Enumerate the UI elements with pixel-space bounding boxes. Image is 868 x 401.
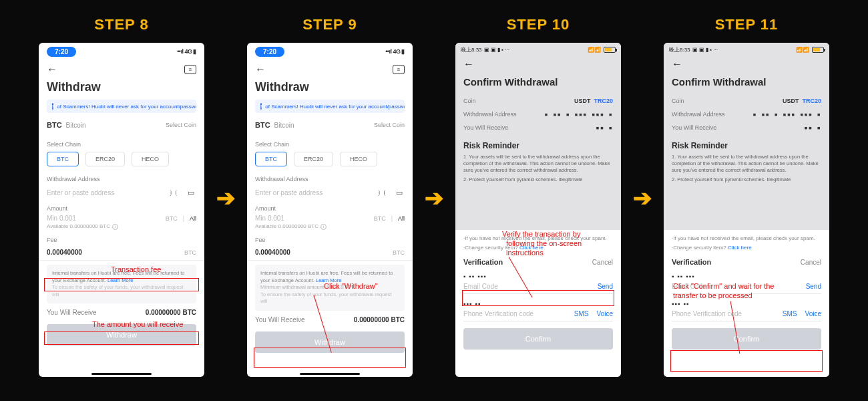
verification-sheet: ·If you have not received the email, ple… [664, 230, 829, 377]
send-voice-button[interactable]: Voice [805, 310, 821, 317]
chain-btc[interactable]: BTC [255, 152, 287, 166]
status-bar: 7:20 ••ıl 4G ▮ [39, 43, 204, 60]
step-11-col: STEP 11 晚上8:33 ▣ ▣ ▮ ▪ ··· 📶📶 ← Confirm … [664, 16, 829, 377]
addressbook-icon[interactable]: ▭ [186, 188, 196, 197]
sheet-note-2: ·Change security item? Click here [455, 242, 621, 251]
phone-code-input[interactable]: Phone Verification code [463, 310, 533, 317]
chain-heco[interactable]: HECO [132, 152, 169, 166]
scan-icon[interactable]: ⟯⟮ [377, 188, 387, 197]
fee-value: 0.00040000 [47, 249, 82, 256]
risk-text-2: 2. Protect yourself from pyramid schemes… [455, 176, 621, 185]
history-icon[interactable]: ≡ [184, 65, 196, 74]
page-title: Withdraw [247, 79, 413, 100]
fee-unit: BTC [184, 249, 196, 256]
cancel-button[interactable]: Cancel [592, 259, 613, 266]
status-bar: 晚上8:33 ▣ ▣ ▮ ▪ ··· 📶📶 [455, 43, 621, 56]
confirm-title: Confirm Withdrawal [455, 72, 621, 94]
amount-input[interactable]: Min 0.001 [255, 215, 284, 222]
coin-selector[interactable]: BTC Bitcoin Select Coin [39, 118, 204, 136]
arrow-icon: ➔ [216, 184, 235, 211]
steps-container: STEP 8 7:20 ••ıl 4G ▮ ← ≡ Withdraw ! of … [0, 0, 868, 390]
amount-unit: BTC [166, 215, 178, 222]
info-icon: ! [52, 103, 53, 110]
change-security-link[interactable]: Click here [728, 245, 752, 251]
confirm-address-row: Withdrawal Address▪︎ ▪︎▪︎ ▪︎ ▪︎▪︎▪︎ ▪︎▪︎… [455, 108, 621, 121]
address-row: Enter or paste address ⟯⟮ ▭ [39, 185, 204, 200]
confirm-button[interactable]: Confirm [672, 328, 821, 350]
amount-row: Min 0.001 BTC | All [39, 215, 204, 222]
select-chain-label: Select Chain [39, 136, 204, 150]
verification-title: Verification [672, 258, 711, 266]
change-security-link[interactable]: Click here [519, 245, 544, 251]
select-coin-link[interactable]: Select Coin [374, 122, 405, 128]
scam-banner: ! of Scammers! Huobi will never ask for … [47, 100, 196, 113]
verification-title: Verification [463, 258, 503, 266]
back-icon[interactable]: ← [47, 63, 57, 76]
withdraw-button[interactable]: Withdraw [255, 331, 405, 353]
send-email-button[interactable]: Send [598, 283, 613, 290]
send-email-button[interactable]: Send [806, 283, 821, 290]
email-code-row: Email Code Send [455, 280, 621, 291]
email-code-input[interactable]: Email Code [672, 283, 706, 290]
scam-text: of Scammers! Huobi will never ask for yo… [265, 104, 405, 110]
coin-selector[interactable]: BTC Bitcoin Select Coin [247, 118, 413, 136]
receive-value: 0.00000000 BTC [146, 309, 196, 316]
amount-all-button[interactable]: All [190, 215, 196, 222]
email-code-input[interactable]: Email Code [463, 283, 498, 290]
confirm-receive-row: You Will Receive▪︎▪︎ ▪︎ [455, 121, 621, 134]
history-icon[interactable]: ≡ [393, 65, 405, 74]
status-time: 7:20 [47, 47, 76, 57]
sheet-note-1: ·If you have not received the email, ple… [455, 233, 621, 242]
phone-step-10: 晚上8:33 ▣ ▣ ▮ ▪ ··· 📶📶 ← Confirm Withdraw… [455, 43, 621, 377]
back-icon[interactable]: ← [255, 63, 266, 76]
verification-sheet: ·If you have not received the email, ple… [455, 230, 621, 377]
chain-erc20[interactable]: ERC20 [294, 152, 333, 166]
address-input[interactable]: Enter or paste address [47, 189, 114, 196]
confirm-button[interactable]: Confirm [463, 328, 613, 350]
receive-row: You Will Receive 0.00000000 BTC [39, 303, 204, 321]
send-sms-button[interactable]: SMS [574, 310, 589, 317]
dimmed-background: 晚上8:33 ▣ ▣ ▮ ▪ ··· 📶📶 ← Confirm Withdraw… [455, 43, 621, 230]
confirm-title: Confirm Withdrawal [664, 72, 829, 94]
address-label: Withdrawal Address [39, 170, 204, 185]
learn-more-link[interactable]: Learn More [107, 277, 133, 283]
scam-text: of Scammers! Huobi will never ask for yo… [57, 104, 196, 110]
coin-name: Bitcoin [66, 122, 86, 129]
fee-row: 0.00040000 BTC [39, 246, 204, 259]
select-coin-link[interactable]: Select Coin [166, 122, 196, 128]
coin-symbol: BTC [47, 121, 62, 129]
send-sms-button[interactable]: SMS [783, 310, 797, 317]
learn-more-link[interactable]: Learn More [316, 277, 341, 283]
dimmed-background: 晚上8:33 ▣ ▣ ▮ ▪ ··· 📶📶 ← Confirm Withdraw… [664, 43, 829, 230]
status-time: 7:20 [255, 47, 284, 57]
addressbook-icon[interactable]: ▭ [394, 188, 405, 197]
address-input[interactable]: Enter or paste address [255, 189, 322, 196]
amount-all-button[interactable]: All [398, 215, 405, 222]
fee-label: Fee [39, 231, 204, 246]
step-label: STEP 11 [715, 16, 779, 33]
arrow-8-9: ➔ [216, 16, 235, 390]
phone-step-11: 晚上8:33 ▣ ▣ ▮ ▪ ··· 📶📶 ← Confirm Withdraw… [664, 43, 829, 377]
amount-input[interactable]: Min 0.001 [47, 215, 76, 222]
step-9-col: STEP 9 7:20 ••ıl 4G ▮ ← ≡ Withdraw ! of … [247, 16, 413, 377]
home-indicator [300, 373, 360, 375]
phone-step-9: 7:20 ••ıl 4G ▮ ← ≡ Withdraw ! of Scammer… [247, 43, 413, 377]
step-8-col: STEP 8 7:20 ••ıl 4G ▮ ← ≡ Withdraw ! of … [39, 16, 204, 377]
status-signal: ••ıl 4G ▮ [177, 48, 196, 55]
amount-label: Amount [39, 200, 204, 215]
cancel-button[interactable]: Cancel [801, 259, 821, 266]
nav-row: ← ≡ [39, 60, 204, 79]
step-10-col: STEP 10 晚上8:33 ▣ ▣ ▮ ▪ ··· 📶📶 ← Confirm … [455, 16, 621, 377]
chain-erc20[interactable]: ERC20 [85, 152, 125, 166]
arrow-icon: ➔ [633, 184, 652, 211]
phone-code-input[interactable]: Phone Verification code [672, 310, 742, 317]
send-voice-button[interactable]: Voice [597, 310, 613, 317]
withdraw-button[interactable]: Withdraw [47, 324, 196, 346]
scan-icon[interactable]: ⟯⟮ [168, 188, 179, 197]
info-block: Internal transfers on Huobi are free. Fe… [47, 265, 196, 303]
status-bar: 7:20 ••ıl 4G ▮ [247, 43, 413, 60]
chain-btc[interactable]: BTC [47, 152, 79, 166]
step-label: STEP 9 [302, 16, 357, 33]
chain-heco[interactable]: HECO [340, 152, 377, 166]
back-icon: ← [463, 58, 474, 70]
